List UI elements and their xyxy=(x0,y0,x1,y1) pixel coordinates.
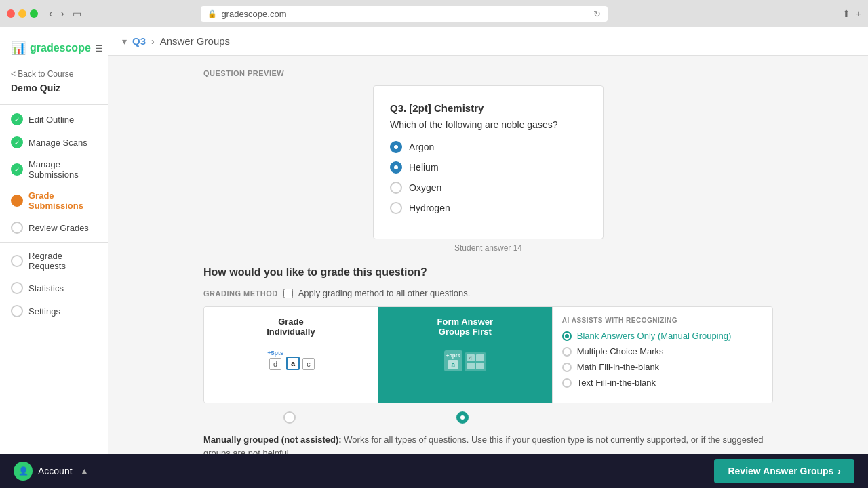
radio-hydrogen xyxy=(390,202,402,214)
sidebar-item-manage-submissions[interactable]: ✓ Manage Submissions xyxy=(0,154,108,185)
apply-all-checkbox[interactable] xyxy=(283,289,293,298)
share-button[interactable]: ⬆ xyxy=(842,8,850,19)
grade-individually-card[interactable]: GradeIndividually +5pts d a c xyxy=(204,307,378,403)
sidebar-item-statistics-label: Statistics xyxy=(28,283,64,293)
answer-option-hydrogen: Hydrogen xyxy=(390,202,587,214)
sidebar-divider-2 xyxy=(0,242,108,243)
logo-icon: 📊 xyxy=(11,41,26,56)
grading-title: How would you like to grade this questio… xyxy=(203,266,773,279)
back-to-course-link[interactable]: < Back to Course xyxy=(0,66,108,81)
grade-individually-radio-container xyxy=(203,411,376,424)
ai-option-blank-label: Blank Answers Only (Manual Grouping) xyxy=(577,331,732,341)
grade-individually-radio[interactable] xyxy=(283,411,296,424)
sidebar-item-manage-submissions-label: Manage Submissions xyxy=(28,159,97,180)
form-answer-radio[interactable] xyxy=(456,411,469,424)
ai-assists-card: AI ASSISTS WITH RECOGNIZING Blank Answer… xyxy=(552,307,772,403)
ai-option-multiple-choice[interactable]: Multiple Choice Marks xyxy=(562,346,763,357)
answer-option-argon: Argon xyxy=(390,141,587,153)
grading-combined-card: GradeIndividually +5pts d a c xyxy=(203,306,773,403)
account-chevron-icon: ▲ xyxy=(81,466,89,476)
sidebar-item-grade-submissions[interactable]: Grade Submissions xyxy=(0,185,108,216)
ai-option-math-fill-label: Math Fill-in-the-blank xyxy=(577,362,659,372)
grade-individually-title: GradeIndividually xyxy=(267,317,315,337)
breadcrumb-current: Answer Groups xyxy=(160,35,230,47)
sidebar-item-manage-scans[interactable]: ✓ Manage Scans xyxy=(0,131,108,154)
account-section[interactable]: 👤 Account ▲ xyxy=(14,462,88,481)
account-label: Account xyxy=(38,466,73,476)
answer-hydrogen-label: Hydrogen xyxy=(409,203,450,214)
logo-text: gradescope xyxy=(30,42,91,54)
settings-icon xyxy=(11,305,23,317)
sidebar-item-review-grades[interactable]: Review Grades xyxy=(0,216,108,239)
review-btn-arrow: › xyxy=(837,466,841,476)
ai-option-blank[interactable]: Blank Answers Only (Manual Grouping) xyxy=(562,331,763,341)
sidebar-item-manage-scans-label: Manage Scans xyxy=(28,138,87,148)
close-dot[interactable] xyxy=(7,9,15,18)
ai-radio-spacer xyxy=(549,411,773,424)
bookmark-button[interactable]: + xyxy=(856,8,861,19)
account-avatar: 👤 xyxy=(14,462,33,481)
apply-all-label: Apply grading method to all other questi… xyxy=(298,288,471,298)
regrade-requests-icon xyxy=(11,255,23,267)
answer-helium-label: Helium xyxy=(409,162,439,173)
review-btn-label: Review Answer Groups xyxy=(728,466,833,476)
ai-option-multiple-choice-label: Multiple Choice Marks xyxy=(577,346,664,357)
manage-submissions-icon: ✓ xyxy=(11,163,23,176)
sidebar-item-edit-outline[interactable]: ✓ Edit Outline xyxy=(0,108,108,131)
question-preview-label: QUESTION PREVIEW xyxy=(203,69,773,77)
breadcrumb-separator: › xyxy=(151,36,155,47)
sidebar-item-settings[interactable]: Settings xyxy=(0,300,108,323)
manually-grouped-strong: Manually grouped (not assisted): xyxy=(203,434,342,445)
review-answer-groups-button[interactable]: Review Answer Groups › xyxy=(714,459,854,483)
sidebar-item-statistics[interactable]: Statistics xyxy=(0,277,108,300)
answer-oxygen-label: Oxygen xyxy=(409,182,441,193)
ai-option-text-fill-label: Text Fill-in-the-blank xyxy=(577,378,656,388)
maximize-dot[interactable] xyxy=(30,9,38,18)
grading-method-label: GRADING METHOD xyxy=(203,289,278,298)
ai-radio-text-fill xyxy=(562,378,572,388)
content-area: QUESTION PREVIEW Q3. [2pt] Chemistry Whi… xyxy=(183,56,793,454)
course-title: Demo Quiz xyxy=(0,81,108,102)
ai-radio-math-fill xyxy=(562,363,572,372)
sidebar-item-settings-label: Settings xyxy=(28,306,60,317)
sidebar-logo: 📊 gradescope ☰ xyxy=(0,35,108,66)
ai-option-text-fill[interactable]: Text Fill-in-the-blank xyxy=(562,378,763,388)
question-text: Which of the following are noble gases? xyxy=(390,119,587,130)
sidebar: 📊 gradescope ☰ < Back to Course Demo Qui… xyxy=(0,27,108,454)
ai-option-math-fill[interactable]: Math Fill-in-the-blank xyxy=(562,362,763,372)
browser-nav: ‹ › xyxy=(46,6,67,21)
browser-chrome: ‹ › ▭ 🔒 gradescope.com ↻ ⬆ + xyxy=(0,0,868,27)
grade-individually-icon: +5pts d a c xyxy=(264,342,318,376)
browser-actions: ⬆ + xyxy=(842,8,861,19)
sidebar-item-review-grades-label: Review Grades xyxy=(28,223,89,233)
sidebar-toggle-button[interactable]: ☰ xyxy=(95,43,103,54)
refresh-icon[interactable]: ↻ xyxy=(593,9,601,19)
radio-argon xyxy=(390,141,402,153)
manage-scans-icon: ✓ xyxy=(11,136,23,148)
edit-outline-icon: ✓ xyxy=(11,113,23,125)
sidebar-item-regrade-requests-label: Regrade Requests xyxy=(28,251,97,271)
breadcrumb-chevron[interactable]: ▾ xyxy=(122,36,127,47)
ai-radio-multiple-choice xyxy=(562,347,572,357)
sidebar-item-grade-submissions-label: Grade Submissions xyxy=(28,190,97,211)
app-container: 📊 gradescope ☰ < Back to Course Demo Qui… xyxy=(0,27,868,454)
forward-button[interactable]: › xyxy=(58,6,66,21)
breadcrumb-q3-link[interactable]: Q3 xyxy=(132,35,146,47)
bottom-bar: 👤 Account ▲ Review Answer Groups › xyxy=(0,454,868,488)
answer-option-oxygen: Oxygen xyxy=(390,182,587,194)
topbar: ▾ Q3 › Answer Groups xyxy=(108,27,868,56)
minimize-dot[interactable] xyxy=(18,9,26,18)
browser-dots xyxy=(7,9,38,18)
tab-collapse-button[interactable]: ▭ xyxy=(73,8,81,19)
lock-icon: 🔒 xyxy=(208,9,217,18)
radio-oxygen xyxy=(390,182,402,194)
answer-argon-label: Argon xyxy=(409,142,434,152)
form-answer-icon: +5pts a 4 xyxy=(438,342,492,376)
form-answer-title: Form AnswerGroups First xyxy=(437,317,494,337)
back-button[interactable]: ‹ xyxy=(46,6,55,21)
form-answer-card[interactable]: Form AnswerGroups First +5pts a 4 xyxy=(378,307,552,403)
browser-url-bar[interactable]: 🔒 gradescope.com ↻ xyxy=(201,6,608,22)
form-answer-radio-container xyxy=(376,411,549,424)
sidebar-item-edit-outline-label: Edit Outline xyxy=(28,115,74,125)
sidebar-item-regrade-requests[interactable]: Regrade Requests xyxy=(0,245,108,277)
